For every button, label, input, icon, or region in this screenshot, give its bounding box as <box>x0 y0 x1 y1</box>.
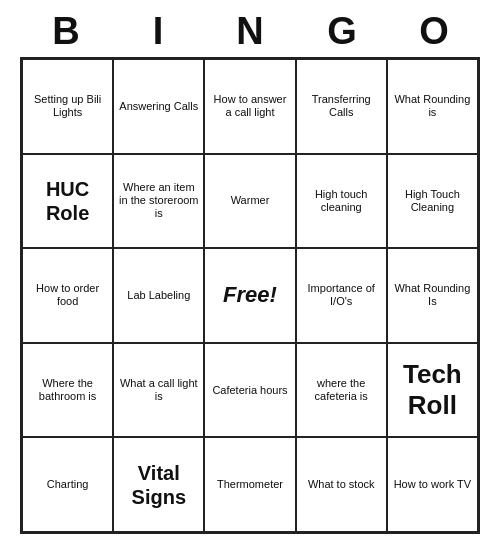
bingo-letter: N <box>206 10 294 53</box>
bingo-cell: Warmer <box>204 154 295 249</box>
bingo-cell: Importance of I/O's <box>296 248 387 343</box>
bingo-letter: B <box>22 10 110 53</box>
bingo-cell: What a call light is <box>113 343 204 438</box>
bingo-letter: I <box>114 10 202 53</box>
bingo-cell: High Touch Cleaning <box>387 154 478 249</box>
bingo-cell: Setting up Bili Lights <box>22 59 113 154</box>
bingo-cell: HUC Role <box>22 154 113 249</box>
bingo-cell: Transferring Calls <box>296 59 387 154</box>
bingo-grid: Setting up Bili LightsAnswering CallsHow… <box>20 57 480 534</box>
bingo-cell: What to stock <box>296 437 387 532</box>
bingo-cell: Vital Signs <box>113 437 204 532</box>
bingo-cell: What Rounding Is <box>387 248 478 343</box>
bingo-letter: G <box>298 10 386 53</box>
bingo-cell: Tech Roll <box>387 343 478 438</box>
bingo-cell: Thermometer <box>204 437 295 532</box>
bingo-cell: Answering Calls <box>113 59 204 154</box>
bingo-cell: where the cafeteria is <box>296 343 387 438</box>
bingo-cell: Where the bathroom is <box>22 343 113 438</box>
bingo-cell: Cafeteria hours <box>204 343 295 438</box>
bingo-cell: Lab Labeling <box>113 248 204 343</box>
bingo-cell: High touch cleaning <box>296 154 387 249</box>
bingo-cell: How to work TV <box>387 437 478 532</box>
bingo-cell: Free! <box>204 248 295 343</box>
bingo-header: BINGO <box>20 10 480 53</box>
bingo-cell: How to order food <box>22 248 113 343</box>
bingo-letter: O <box>390 10 478 53</box>
bingo-cell: What Rounding is <box>387 59 478 154</box>
bingo-cell: Where an item in the storeroom is <box>113 154 204 249</box>
bingo-cell: Charting <box>22 437 113 532</box>
bingo-cell: How to answer a call light <box>204 59 295 154</box>
